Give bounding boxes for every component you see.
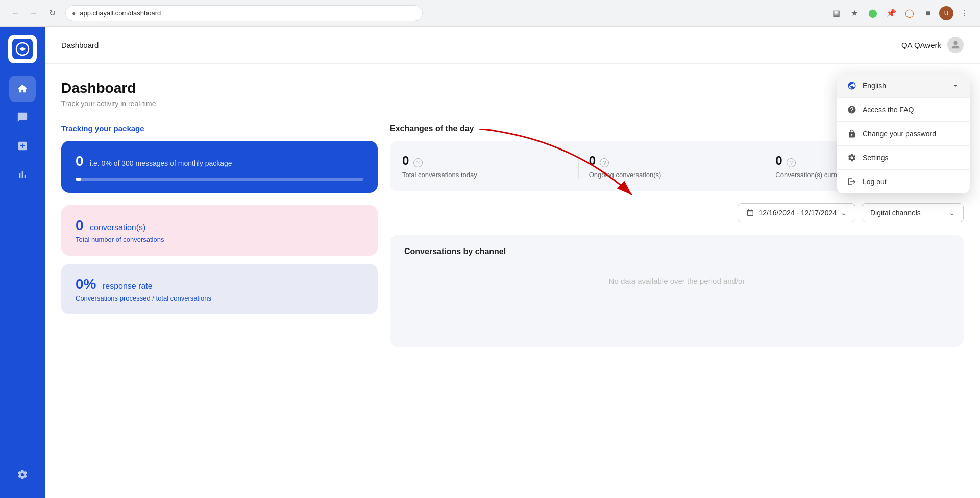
page-header-title: Dashboard (61, 41, 99, 49)
change-password-label: Change your password (863, 130, 936, 138)
conversations-card: 0 conversation(s) Total number of conver… (61, 205, 378, 256)
ongoing-number: 0 (589, 154, 596, 167)
language-chevron-icon (951, 82, 960, 90)
conversations-sublabel: Total number of conversations (76, 236, 363, 243)
user-avatar-button[interactable] (947, 37, 964, 53)
sidebar-item-create[interactable] (9, 133, 36, 159)
sidebar-nav (0, 76, 45, 188)
response-rate-sublabel: Conversations processed / total conversa… (76, 294, 363, 302)
address-icon: ● (72, 10, 76, 17)
sidebar (0, 27, 45, 498)
bookmark-button[interactable]: ★ (847, 6, 862, 20)
extension-1[interactable]: ⬤ (866, 6, 880, 20)
browser-chrome: ← → ↻ ● app.chayall.com/dashboard ▦ ★ ⬤ … (0, 0, 980, 27)
user-name: QA QAwerk (901, 41, 941, 49)
sidebar-item-settings[interactable] (9, 461, 36, 488)
globe-icon (847, 81, 856, 90)
tracking-number: 0 (76, 153, 84, 169)
extension-3[interactable]: ◯ (902, 6, 917, 20)
sidebar-item-chat[interactable] (9, 104, 36, 131)
settings-label: Settings (863, 154, 889, 162)
address-bar[interactable]: ● app.chayall.com/dashboard (65, 5, 423, 21)
response-rate-card: 0% response rate Conversations processed… (61, 264, 378, 314)
cast-button[interactable]: ▦ (829, 6, 843, 20)
date-filter[interactable]: 12/16/2024 - 12/17/2024 ⌄ (738, 203, 855, 222)
faq-icon (847, 105, 856, 114)
calendar-icon (746, 209, 754, 217)
conversations-number: 0 (76, 217, 84, 233)
date-chevron-icon: ⌄ (841, 209, 847, 217)
dropdown-change-password[interactable]: Change your password (837, 122, 970, 145)
language-left: English (847, 81, 886, 90)
app-container: Dashboard QA QAwerk Dashboard Track your… (0, 27, 980, 498)
language-label: English (863, 82, 886, 90)
filters-row: 12/16/2024 - 12/17/2024 ⌄ Digital channe… (390, 203, 964, 222)
browser-profile[interactable]: U (939, 6, 953, 20)
dropdown-faq[interactable]: Access the FAQ (837, 98, 970, 121)
page-header: Dashboard QA QAwerk (45, 27, 980, 64)
stat-total-conversations: 0 ? Total conversations today (402, 154, 578, 179)
channel-title: Conversations by channel (404, 247, 949, 256)
ongoing-info[interactable]: ? (600, 158, 609, 167)
channel-empty-text: No data available over the period and/or (404, 277, 949, 285)
response-rate-label: response rate (103, 282, 153, 290)
dashboard-subtitle: Track your activity in real-time (61, 99, 964, 108)
dropdown-settings[interactable]: Settings (837, 146, 970, 169)
total-conv-label: Total conversations today (402, 171, 568, 179)
dashboard-title: Dashboard (61, 80, 964, 96)
reload-button[interactable]: ↻ (45, 6, 59, 20)
overdue-number: 0 (775, 154, 782, 167)
left-column: Tracking your package 0 i.e. 0% of 300 m… (61, 124, 378, 347)
logout-label: Log out (863, 178, 887, 186)
sidebar-item-home[interactable] (9, 76, 36, 102)
progress-bar-bg (76, 178, 363, 181)
channel-chevron-icon: ⌄ (949, 209, 955, 217)
response-rate-number: 0% (76, 276, 96, 292)
sidebar-item-stats[interactable] (9, 161, 36, 188)
browser-menu[interactable]: ⋮ (958, 6, 972, 20)
channel-text: Digital channels (870, 209, 921, 217)
logout-icon (847, 177, 856, 186)
extensions-btn[interactable]: ■ (921, 6, 935, 20)
logo-circle (8, 35, 37, 63)
channel-filter[interactable]: Digital channels ⌄ (862, 203, 964, 222)
channel-card: Conversations by channel No data availab… (390, 235, 964, 347)
tracking-label: Tracking your package (61, 124, 378, 133)
dropdown-logout[interactable]: Log out (837, 170, 970, 193)
total-conv-info[interactable]: ? (413, 158, 423, 167)
faq-label: Access the FAQ (863, 106, 914, 114)
lock-icon (847, 129, 856, 138)
stat-ongoing: 0 ? Ongoing conversation(s) (578, 154, 765, 179)
user-dropdown-menu: English Access the FAQ Change your passw… (837, 74, 970, 193)
back-button[interactable]: ← (8, 6, 22, 20)
tracking-description: i.e. 0% of 300 messages of monthly packa… (90, 159, 232, 167)
dropdown-language[interactable]: English (837, 74, 970, 97)
browser-actions: ▦ ★ ⬤ 📌 ◯ ■ U ⋮ (829, 6, 972, 20)
progress-bar-fill (76, 178, 81, 181)
conversations-label: conversation(s) (90, 223, 145, 232)
url-text: app.chayall.com/dashboard (80, 9, 161, 17)
main-layout: Tracking your package 0 i.e. 0% of 300 m… (61, 124, 964, 347)
settings-icon (847, 153, 856, 162)
total-conv-number: 0 (402, 154, 409, 167)
logo-icon (12, 39, 33, 59)
extension-2[interactable]: 📌 (884, 6, 898, 20)
header-right: QA QAwerk (901, 37, 964, 53)
date-range-text: 12/16/2024 - 12/17/2024 (758, 209, 837, 217)
overdue-info[interactable]: ? (787, 158, 796, 167)
browser-nav-buttons: ← → ↻ (8, 6, 59, 20)
forward-button[interactable]: → (27, 6, 41, 20)
sidebar-logo (0, 27, 45, 71)
tracking-card: 0 i.e. 0% of 300 messages of monthly pac… (61, 141, 378, 193)
ongoing-label: Ongoing conversation(s) (589, 171, 755, 179)
